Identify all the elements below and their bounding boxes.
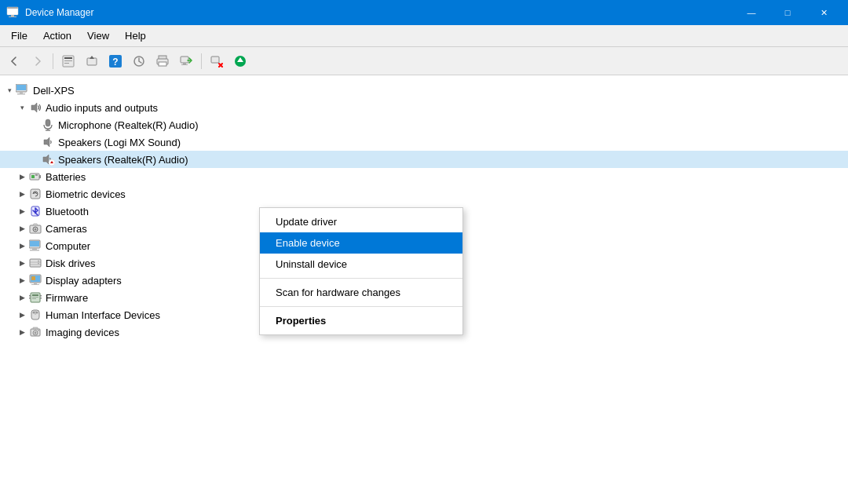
tree-item-biometric[interactable]: ▶ Biometric devices: [0, 185, 848, 203]
svg-rect-39: [35, 174, 38, 176]
properties-button[interactable]: [57, 51, 79, 71]
app-icon: [6, 5, 19, 20]
update-driver-button[interactable]: [81, 51, 103, 71]
computer-item-icon: [28, 239, 42, 253]
ctx-update-driver[interactable]: Update driver: [260, 211, 462, 232]
ctx-separator-2: [260, 306, 462, 307]
tree-label-firmware: Firmware: [46, 292, 88, 304]
window-controls: — □ ✕: [733, 0, 842, 25]
svg-rect-62: [32, 298, 36, 299]
svg-rect-3: [9, 16, 16, 17]
speaker-realtek-icon: [41, 152, 55, 166]
scan-hardware-button[interactable]: [128, 51, 150, 71]
display-icon: [28, 273, 42, 287]
svg-rect-46: [30, 241, 39, 247]
svg-marker-28: [31, 103, 37, 112]
expand-icon-cameras: ▶: [16, 222, 28, 235]
expand-icon-biometric: ▶: [16, 188, 28, 200]
ctx-scan-changes[interactable]: Scan for hardware changes: [260, 282, 462, 303]
maximize-button[interactable]: □: [769, 0, 806, 25]
tree-label-audio: Audio inputs and outputs: [46, 102, 158, 114]
expand-icon-disk: ▶: [16, 257, 28, 269]
svg-rect-15: [159, 62, 166, 66]
svg-rect-5: [64, 57, 72, 59]
svg-rect-7: [64, 63, 69, 64]
svg-rect-60: [32, 294, 38, 296]
tree-label-speakers-realtek: Speakers (Realtek(R) Audio): [58, 154, 188, 166]
tree-label-bluetooth: Bluetooth: [46, 206, 89, 217]
svg-rect-19: [211, 57, 219, 63]
back-button[interactable]: [3, 51, 25, 71]
help-button[interactable]: ?: [104, 51, 126, 71]
tree-item-microphone[interactable]: ▾ Microphone (Realtek(R) Audio): [0, 116, 848, 133]
camera-icon: [28, 221, 42, 236]
tree-item-batteries[interactable]: ▶ Batteries: [0, 168, 848, 185]
main-content: ▾ Dell-XPS ▾ Audio inputs: [0, 75, 848, 504]
svg-rect-47: [32, 248, 37, 250]
svg-rect-61: [32, 297, 38, 298]
svg-rect-65: [40, 295, 42, 297]
svg-rect-26: [20, 92, 23, 93]
tree-item-root[interactable]: ▾ Dell-XPS: [0, 82, 848, 99]
context-menu: Update driver Enable device Uninstall de…: [259, 207, 463, 335]
menu-bar: File Action View Help: [0, 25, 848, 47]
svg-rect-2: [11, 15, 14, 16]
svg-rect-16: [181, 57, 188, 63]
forward-button[interactable]: [27, 51, 49, 71]
firmware-icon: [28, 290, 42, 305]
expand-icon-batteries: ▶: [16, 170, 28, 183]
menu-action[interactable]: Action: [35, 27, 79, 45]
svg-rect-37: [31, 175, 35, 178]
tree-item-speakers-logi[interactable]: ▾ Speakers (Logi MX Sound): [0, 133, 848, 151]
svg-rect-18: [181, 64, 188, 65]
ctx-properties[interactable]: Properties: [260, 310, 462, 331]
svg-rect-29: [46, 119, 50, 126]
tree-label-cameras: Cameras: [46, 223, 87, 235]
svg-rect-38: [39, 175, 41, 178]
svg-rect-56: [34, 283, 37, 284]
ctx-separator-1: [260, 278, 462, 279]
svg-rect-57: [31, 284, 39, 285]
ctx-uninstall-device[interactable]: Uninstall device: [260, 254, 462, 275]
svg-rect-64: [29, 298, 31, 299]
svg-rect-1: [7, 7, 18, 9]
close-button[interactable]: ✕: [806, 0, 842, 25]
svg-marker-32: [44, 137, 49, 147]
tree-label-display-adapters: Display adapters: [46, 275, 122, 287]
svg-point-70: [36, 312, 38, 314]
tree-label-computer: Computer: [46, 240, 90, 252]
expand-icon-imaging: ▶: [16, 326, 28, 338]
svg-point-74: [35, 332, 37, 334]
tree-item-audio[interactable]: ▾ Audio inputs and outputs: [0, 99, 848, 116]
tree-item-speakers-realtek[interactable]: ▾ Speakers (Realtek(R) Audio): [0, 151, 848, 168]
tree-label-biometric: Biometric devices: [46, 188, 126, 200]
audio-icon: [28, 100, 42, 115]
svg-text:?: ?: [112, 57, 118, 68]
minimize-button[interactable]: —: [733, 0, 769, 25]
svg-point-53: [38, 263, 39, 265]
tree-label-hid: Human Interface Devices: [46, 309, 160, 321]
app-title: Device Manager: [25, 7, 93, 18]
toolbar: ?: [0, 47, 848, 75]
svg-rect-27: [17, 93, 25, 95]
svg-rect-63: [29, 295, 31, 297]
svg-rect-25: [16, 85, 26, 90]
ctx-enable-device[interactable]: Enable device: [260, 232, 462, 254]
expand-icon-audio: ▾: [16, 101, 28, 114]
title-bar: Device Manager — □ ✕: [0, 0, 848, 25]
remove-device-button[interactable]: [206, 51, 228, 71]
menu-file[interactable]: File: [3, 27, 35, 45]
svg-marker-33: [43, 155, 49, 164]
connect-computer-button[interactable]: [175, 51, 197, 71]
svg-rect-66: [40, 298, 42, 299]
svg-rect-48: [30, 250, 39, 251]
print-button[interactable]: [152, 51, 174, 71]
svg-rect-72: [33, 327, 38, 329]
update-button[interactable]: [229, 51, 251, 71]
menu-view[interactable]: View: [79, 27, 117, 45]
hid-icon: [28, 308, 42, 322]
expand-icon-bluetooth: ▶: [16, 205, 28, 217]
svg-point-69: [33, 312, 35, 314]
toolbar-separator-1: [53, 53, 53, 69]
menu-help[interactable]: Help: [117, 27, 154, 45]
